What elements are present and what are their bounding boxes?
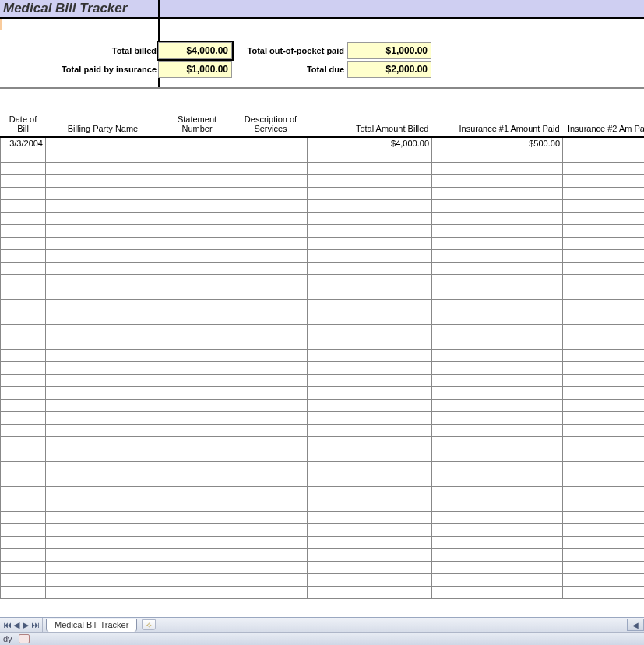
- cell-empty[interactable]: [308, 561, 432, 573]
- cell-empty[interactable]: [432, 150, 563, 162]
- cell-empty[interactable]: [308, 474, 432, 486]
- cell-empty[interactable]: [308, 162, 432, 174]
- cell-empty[interactable]: [160, 386, 234, 399]
- data-table[interactable]: Date of Bill Billing Party Name Statemen…: [0, 111, 644, 599]
- cell-empty[interactable]: [563, 561, 645, 573]
- cell-empty[interactable]: [432, 449, 563, 461]
- cell-empty[interactable]: [234, 461, 308, 474]
- cell-empty[interactable]: [1, 561, 46, 573]
- cell-empty[interactable]: [432, 224, 563, 237]
- cell-totalBilled[interactable]: $4,000.00: [308, 137, 432, 150]
- table-row[interactable]: [1, 199, 645, 212]
- table-row[interactable]: [1, 312, 645, 324]
- table-row[interactable]: [1, 212, 645, 224]
- cell-empty[interactable]: [1, 461, 46, 474]
- cell-ins1[interactable]: $500.00: [432, 137, 563, 150]
- cell-empty[interactable]: [308, 299, 432, 312]
- cell-empty[interactable]: [160, 536, 234, 548]
- cell-empty[interactable]: [1, 199, 46, 212]
- cell-statement[interactable]: [160, 137, 234, 150]
- cell-empty[interactable]: [308, 224, 432, 237]
- cell-empty[interactable]: [1, 212, 46, 224]
- cell-empty[interactable]: [308, 424, 432, 436]
- cell-empty[interactable]: [563, 486, 645, 499]
- cell-empty[interactable]: [46, 486, 160, 499]
- cell-empty[interactable]: [46, 299, 160, 312]
- cell-empty[interactable]: [234, 399, 308, 411]
- cell-empty[interactable]: [563, 287, 645, 299]
- cell-empty[interactable]: [1, 374, 46, 386]
- table-row[interactable]: [1, 499, 645, 511]
- cell-empty[interactable]: [46, 586, 160, 598]
- cell-empty[interactable]: [46, 561, 160, 573]
- cell-empty[interactable]: [432, 399, 563, 411]
- cell-empty[interactable]: [1, 499, 46, 511]
- cell-empty[interactable]: [160, 523, 234, 536]
- cell-empty[interactable]: [234, 374, 308, 386]
- cell-empty[interactable]: [432, 187, 563, 199]
- cell-empty[interactable]: [432, 237, 563, 249]
- cell-empty[interactable]: [563, 274, 645, 287]
- cell-empty[interactable]: [308, 361, 432, 374]
- cell-empty[interactable]: [46, 199, 160, 212]
- cell-empty[interactable]: [46, 374, 160, 386]
- cell-empty[interactable]: [432, 312, 563, 324]
- cell-empty[interactable]: [46, 424, 160, 436]
- cell-empty[interactable]: [46, 174, 160, 187]
- tab-nav-prev-icon[interactable]: ◀: [12, 620, 20, 629]
- col-header-billing-party[interactable]: Billing Party Name: [46, 111, 160, 137]
- cell-empty[interactable]: [1, 274, 46, 287]
- cell-empty[interactable]: [432, 511, 563, 523]
- table-row[interactable]: [1, 150, 645, 162]
- cell-empty[interactable]: [1, 386, 46, 399]
- cell-empty[interactable]: [563, 299, 645, 312]
- cell-empty[interactable]: [234, 436, 308, 449]
- cell-empty[interactable]: [432, 536, 563, 548]
- cell-empty[interactable]: [1, 449, 46, 461]
- cell-empty[interactable]: [234, 262, 308, 274]
- cell-empty[interactable]: [432, 174, 563, 187]
- cell-empty[interactable]: [432, 287, 563, 299]
- cell-empty[interactable]: [234, 237, 308, 249]
- cell-empty[interactable]: [234, 274, 308, 287]
- cell-empty[interactable]: [160, 212, 234, 224]
- table-row[interactable]: [1, 224, 645, 237]
- table-row[interactable]: [1, 436, 645, 449]
- cell-empty[interactable]: [234, 536, 308, 548]
- cell-empty[interactable]: [160, 237, 234, 249]
- table-row[interactable]: [1, 486, 645, 499]
- cell-empty[interactable]: [563, 224, 645, 237]
- cell-empty[interactable]: [563, 536, 645, 548]
- cell-empty[interactable]: [1, 349, 46, 361]
- cell-empty[interactable]: [234, 586, 308, 598]
- total-billed-cell[interactable]: $4,000.00: [158, 42, 232, 59]
- cell-empty[interactable]: [308, 249, 432, 262]
- cell-empty[interactable]: [308, 212, 432, 224]
- cell-empty[interactable]: [160, 287, 234, 299]
- spreadsheet-area[interactable]: Medical Bill Tracker Total billed $4,000…: [0, 0, 644, 629]
- cell-empty[interactable]: [308, 187, 432, 199]
- cell-empty[interactable]: [46, 474, 160, 486]
- cell-empty[interactable]: [308, 349, 432, 361]
- cell-empty[interactable]: [160, 349, 234, 361]
- total-paid-insurance-cell[interactable]: $1,000.00: [158, 61, 232, 78]
- cell-empty[interactable]: [160, 511, 234, 523]
- cell-empty[interactable]: [46, 386, 160, 399]
- table-row[interactable]: [1, 324, 645, 337]
- cell-empty[interactable]: [46, 499, 160, 511]
- cell-empty[interactable]: [308, 262, 432, 274]
- cell-empty[interactable]: [46, 548, 160, 561]
- cell-empty[interactable]: [46, 573, 160, 586]
- cell-empty[interactable]: [1, 187, 46, 199]
- cell-empty[interactable]: [160, 573, 234, 586]
- cell-empty[interactable]: [432, 499, 563, 511]
- cell-empty[interactable]: [432, 548, 563, 561]
- cell-empty[interactable]: [1, 486, 46, 499]
- cell-empty[interactable]: [234, 150, 308, 162]
- sheet-tab-active[interactable]: Medical Bill Tracker: [46, 619, 137, 632]
- cell-empty[interactable]: [234, 174, 308, 187]
- cell-empty[interactable]: [234, 523, 308, 536]
- cell-empty[interactable]: [234, 361, 308, 374]
- table-row[interactable]: [1, 374, 645, 386]
- cell-empty[interactable]: [563, 523, 645, 536]
